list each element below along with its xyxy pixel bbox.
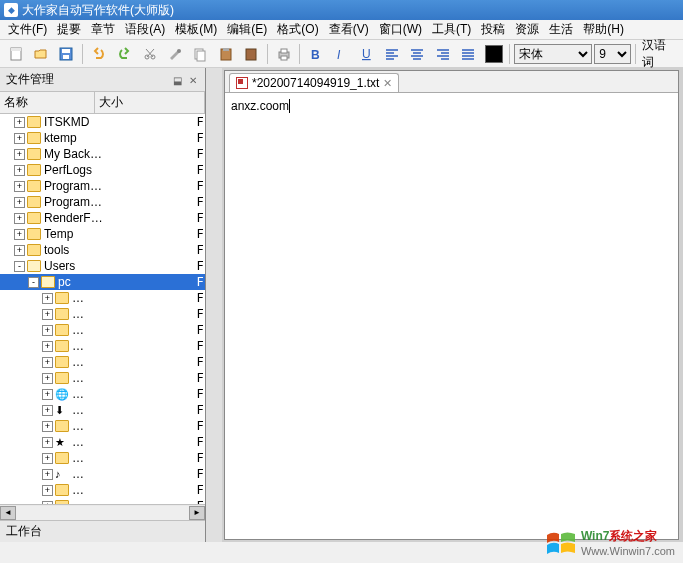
expand-toggle[interactable]: + (42, 437, 53, 448)
align-justify-button[interactable] (457, 42, 480, 66)
bold-button[interactable]: B (304, 42, 327, 66)
scroll-left-icon[interactable]: ◄ (0, 506, 16, 520)
panel-splitter[interactable] (206, 68, 222, 542)
expand-toggle[interactable]: + (14, 229, 25, 240)
tree-row[interactable]: +…F (0, 338, 205, 354)
panel-pin-icon[interactable]: ⬓ (171, 75, 184, 86)
expand-toggle[interactable]: + (42, 405, 53, 416)
expand-toggle[interactable]: + (14, 149, 25, 160)
scroll-track[interactable] (16, 506, 189, 520)
font-family-select[interactable]: 宋体 (514, 44, 592, 64)
expand-toggle[interactable]: - (28, 277, 39, 288)
save-button[interactable] (55, 42, 78, 66)
undo-button[interactable] (87, 42, 110, 66)
underline-button[interactable]: U (355, 42, 378, 66)
font-color-button[interactable] (482, 42, 505, 66)
settings-button[interactable] (163, 42, 186, 66)
expand-toggle[interactable]: + (42, 373, 53, 384)
expand-toggle[interactable]: + (14, 133, 25, 144)
expand-toggle[interactable]: + (42, 357, 53, 368)
expand-toggle[interactable]: + (42, 325, 53, 336)
expand-toggle[interactable]: + (14, 197, 25, 208)
column-name[interactable]: 名称 (0, 92, 95, 113)
expand-toggle[interactable]: + (42, 309, 53, 320)
expand-toggle[interactable]: + (14, 165, 25, 176)
expand-toggle[interactable]: + (42, 341, 53, 352)
file-tree[interactable]: +ITSKMDF+ktempF+My Back…F+PerfLogsF+Prog… (0, 114, 205, 504)
scroll-right-icon[interactable]: ► (189, 506, 205, 520)
editor-content[interactable]: anxz.coom (225, 93, 678, 539)
expand-toggle[interactable]: + (42, 501, 53, 505)
copy-button[interactable] (189, 42, 212, 66)
tree-row[interactable]: +ktempF (0, 130, 205, 146)
tree-row[interactable]: +🌐…F (0, 386, 205, 402)
tree-row[interactable]: +…F (0, 482, 205, 498)
tree-row[interactable]: +…F (0, 450, 205, 466)
expand-toggle[interactable]: + (14, 181, 25, 192)
tree-row[interactable]: +ITSKMDF (0, 114, 205, 130)
menu-item[interactable]: 编辑(E) (223, 19, 271, 40)
menu-item[interactable]: 提要 (53, 19, 85, 40)
tree-row[interactable]: +RenderF…F (0, 210, 205, 226)
workbench-label[interactable]: 工作台 (0, 520, 205, 542)
expand-toggle[interactable]: + (42, 485, 53, 496)
cut-button[interactable] (138, 42, 161, 66)
redo-button[interactable] (113, 42, 136, 66)
open-button[interactable] (29, 42, 52, 66)
menu-item[interactable]: 窗口(W) (375, 19, 426, 40)
menu-item[interactable]: 工具(T) (428, 19, 475, 40)
tree-row[interactable]: +…F (0, 370, 205, 386)
tree-row[interactable]: +Program…F (0, 178, 205, 194)
italic-button[interactable]: I (330, 42, 353, 66)
tree-row[interactable]: +…F (0, 418, 205, 434)
tree-row[interactable]: +TempF (0, 226, 205, 242)
menu-item[interactable]: 模板(M) (171, 19, 221, 40)
clipboard-button[interactable] (239, 42, 262, 66)
tree-row[interactable]: +♪…F (0, 466, 205, 482)
menu-item[interactable]: 投稿 (477, 19, 509, 40)
column-size[interactable]: 大小 (95, 92, 205, 113)
document-tab[interactable]: *20200714094919_1.txt ✕ (229, 73, 399, 92)
align-left-button[interactable] (380, 42, 403, 66)
expand-toggle[interactable]: + (42, 453, 53, 464)
expand-toggle[interactable]: + (14, 213, 25, 224)
menu-item[interactable]: 章节 (87, 19, 119, 40)
expand-toggle[interactable]: + (14, 245, 25, 256)
tree-row[interactable]: +…F (0, 306, 205, 322)
tree-row[interactable]: +…F (0, 498, 205, 504)
expand-toggle[interactable]: + (42, 389, 53, 400)
tree-row[interactable]: +★…F (0, 434, 205, 450)
menu-item[interactable]: 帮助(H) (579, 19, 628, 40)
tree-row[interactable]: +My Back…F (0, 146, 205, 162)
align-right-button[interactable] (431, 42, 454, 66)
menu-item[interactable]: 资源 (511, 19, 543, 40)
expand-toggle[interactable]: - (14, 261, 25, 272)
expand-toggle[interactable]: + (14, 117, 25, 128)
menu-item[interactable]: 生活 (545, 19, 577, 40)
align-center-button[interactable] (406, 42, 429, 66)
paste-button[interactable] (214, 42, 237, 66)
tree-horizontal-scrollbar[interactable]: ◄ ► (0, 504, 205, 520)
tree-row[interactable]: +Program…F (0, 194, 205, 210)
menu-item[interactable]: 查看(V) (325, 19, 373, 40)
expand-toggle[interactable]: + (42, 421, 53, 432)
extra-tool-label[interactable]: 汉语词 (640, 35, 679, 73)
tree-row[interactable]: -UsersF (0, 258, 205, 274)
tree-row[interactable]: +…F (0, 354, 205, 370)
menu-item[interactable]: 格式(O) (273, 19, 322, 40)
tree-row[interactable]: -pcF (0, 274, 205, 290)
panel-close-icon[interactable]: ✕ (187, 75, 199, 86)
menu-item[interactable]: 文件(F) (4, 19, 51, 40)
menu-item[interactable]: 语段(A) (121, 19, 169, 40)
tab-close-icon[interactable]: ✕ (383, 77, 392, 90)
tree-row[interactable]: +⬇…F (0, 402, 205, 418)
tree-row[interactable]: +toolsF (0, 242, 205, 258)
print-button[interactable] (272, 42, 295, 66)
tree-row[interactable]: +PerfLogsF (0, 162, 205, 178)
expand-toggle[interactable]: + (42, 469, 53, 480)
tree-row[interactable]: +…F (0, 322, 205, 338)
font-size-select[interactable]: 9 (594, 44, 631, 64)
new-button[interactable] (4, 42, 27, 66)
tree-row[interactable]: +…F (0, 290, 205, 306)
expand-toggle[interactable]: + (42, 293, 53, 304)
